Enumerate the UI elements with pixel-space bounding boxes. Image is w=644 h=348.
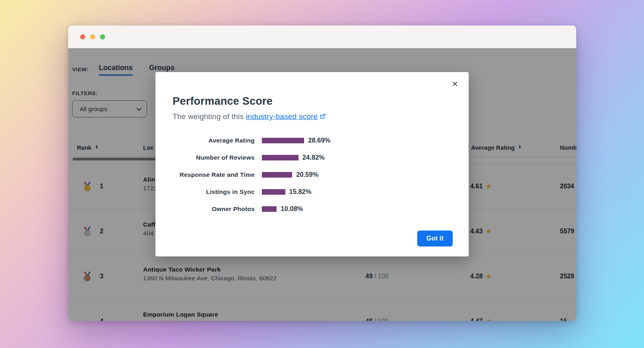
got-it-button[interactable]: Got it [417,231,453,246]
chart-row: Response Rate and Time20.59% [173,171,452,178]
chart-category-label: Number of Reviews [173,154,255,161]
desktop-background: VIEW: Locations Groups FILTERS: All grou… [0,0,644,348]
close-icon[interactable]: ✕ [452,80,458,88]
chart-value-label: 15.82% [289,188,312,196]
chart-bar [262,206,277,212]
chart-value-label: 28.69% [308,137,330,144]
chart-value-label: 20.59% [296,171,318,178]
chart-bar [262,172,292,178]
chart-bar [262,189,285,195]
page-content: VIEW: Locations Groups FILTERS: All grou… [68,48,576,321]
modal-subtitle: The weighting of this industry-based sco… [173,112,452,121]
chart-value-label: 24.82% [302,154,325,161]
close-window-button[interactable] [80,34,85,39]
modal-title: Performance Score [173,95,452,108]
chart-row: Average Rating28.69% [173,137,452,144]
window-titlebar [68,25,576,48]
chart-value-label: 10.08% [281,205,303,213]
chart-category-label: Response Rate and Time [173,171,255,178]
chart-bar [262,155,298,160]
minimize-window-button[interactable] [90,34,95,39]
chart-row: Number of Reviews24.82% [173,154,452,161]
chart-bar [262,138,304,143]
chart-row: Owner Photos10.08% [173,205,452,213]
chart-category-label: Owner Photos [173,205,255,213]
chart-category-label: Listings in Sync [173,188,255,196]
app-window: VIEW: Locations Groups FILTERS: All grou… [68,25,576,321]
external-link-icon [320,113,326,121]
subtitle-text: The weighting of this [173,112,246,121]
weights-chart: Average Rating28.69%Number of Reviews24.… [173,137,452,213]
chart-row: Listings in Sync15.82% [173,188,452,196]
performance-score-modal: ✕ Performance Score The weighting of thi… [155,72,469,256]
chart-category-label: Average Rating [173,137,255,144]
zoom-window-button[interactable] [100,34,105,39]
industry-score-link[interactable]: industry-based score [246,112,318,121]
